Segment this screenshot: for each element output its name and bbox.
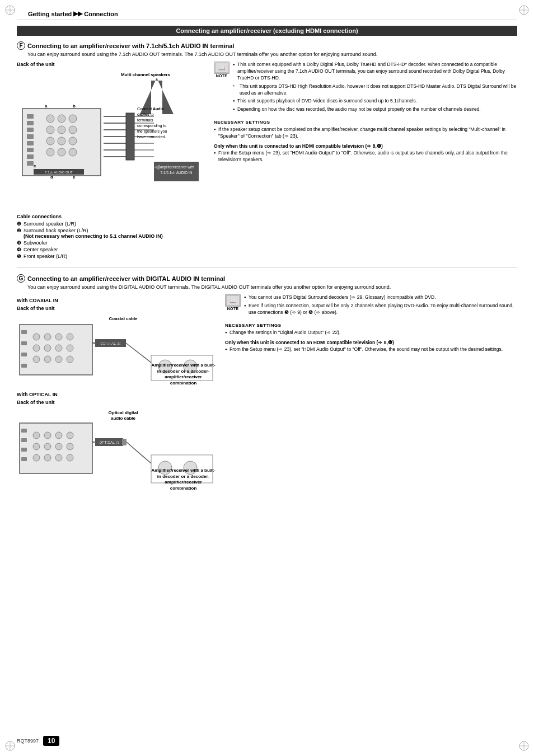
svg-point-79 xyxy=(33,356,40,363)
page-footer: RQT8997 10 xyxy=(17,736,59,746)
section-g-desc: You can enjoy surround sound using the D… xyxy=(17,284,517,290)
note-f-content: This unit comes equipped with a Dolby Di… xyxy=(233,62,517,115)
svg-point-102 xyxy=(33,443,40,450)
svg-rect-117 xyxy=(122,439,127,445)
svg-rect-110 xyxy=(21,429,27,433)
section-f-back-label: Back of the unit xyxy=(17,62,207,67)
svg-text:have connected.: have connected. xyxy=(137,135,166,139)
coaxial-diagram: Coaxial cable xyxy=(17,313,218,386)
nec-settings-g: NECESSARY SETTINGS Change the settings i… xyxy=(225,322,517,336)
svg-text:b: b xyxy=(73,104,76,109)
svg-text:d: d xyxy=(50,175,53,180)
svg-rect-113 xyxy=(21,457,27,461)
svg-point-73 xyxy=(55,334,62,340)
svg-text:a: a xyxy=(45,104,48,109)
note-g-icon: 📖 xyxy=(225,294,241,307)
svg-point-106 xyxy=(33,454,40,461)
svg-point-74 xyxy=(67,334,73,340)
svg-rect-15 xyxy=(27,114,34,119)
svg-rect-22 xyxy=(27,161,34,166)
svg-text:Optical digital: Optical digital xyxy=(109,410,138,415)
page-header: Getting started ▶▶ Connection xyxy=(17,10,517,20)
nec-settings-f: NECESSARY SETTINGS If the speaker setup … xyxy=(214,119,517,140)
note-g: 📖 NOTE You cannot use DTS Digital Surrou… xyxy=(225,294,517,318)
svg-point-30 xyxy=(58,137,65,145)
section-g-content: With COAXIAL IN Back of the unit Coaxial… xyxy=(17,294,517,497)
header-subtitle: Connection xyxy=(84,11,118,17)
section-f-left: Back of the unit Multi channel speakers xyxy=(17,62,207,260)
svg-point-82 xyxy=(67,356,73,363)
only-when-f: Only when this unit is connected to an H… xyxy=(214,143,517,163)
svg-point-98 xyxy=(33,432,40,439)
section-f: F Connecting to an amplifier/receiver wi… xyxy=(17,41,517,260)
svg-point-23 xyxy=(46,115,54,123)
nec-settings-g-title: NECESSARY SETTINGS xyxy=(225,322,517,328)
optical-section: With OPTICAL IN Back of the unit Optical… xyxy=(17,392,218,491)
section-f-heading: Connecting to an amplifier/receiver with… xyxy=(27,43,234,49)
svg-point-77 xyxy=(55,345,62,351)
svg-text:c: c xyxy=(34,163,36,168)
svg-point-109 xyxy=(67,454,73,461)
section-f-content: Back of the unit Multi channel speakers xyxy=(17,62,517,260)
svg-text:cables to: cables to xyxy=(137,112,154,116)
svg-text:the speakers you: the speakers you xyxy=(137,129,167,134)
only-when-f-title: Only when this unit is connected to an H… xyxy=(214,143,517,150)
svg-point-99 xyxy=(44,432,51,439)
bullet-3: ❸ xyxy=(17,240,24,246)
svg-rect-19 xyxy=(27,141,34,145)
svg-text:corresponding to: corresponding to xyxy=(137,124,166,128)
svg-point-71 xyxy=(33,334,40,340)
svg-rect-21 xyxy=(27,154,34,159)
nec-settings-g-item-1: Change the settings in "Digital Audio Ou… xyxy=(225,330,517,336)
svg-point-105 xyxy=(67,443,73,450)
bullet-2: ❷ xyxy=(17,228,24,233)
svg-rect-49 xyxy=(126,113,134,160)
svg-rect-111 xyxy=(21,438,27,442)
svg-rect-85 xyxy=(21,353,27,356)
note-g-item-2: Even if using this connection, output wi… xyxy=(244,303,517,316)
cable-connections-title: Cable connections xyxy=(17,214,207,219)
section-g-letter: G xyxy=(17,274,25,283)
cable-item-3: ❸ Subwoofer xyxy=(17,240,207,246)
subsection-f-title: F Connecting to an amplifier/receiver wi… xyxy=(17,41,517,50)
svg-rect-17 xyxy=(27,128,34,132)
optical-amp-label: Amplifier/receiver with a built-in decod… xyxy=(151,468,216,491)
bullet-1: ❶ xyxy=(17,221,24,227)
svg-point-24 xyxy=(58,115,65,123)
optical-diagram: Optical digital audio cable xyxy=(17,407,218,491)
section-g: G Connecting to an amplifier/receiver wi… xyxy=(17,274,517,497)
svg-text:Coaxial cable: Coaxial cable xyxy=(109,316,138,321)
nec-settings-f-item-1: If the speaker setup cannot be completed… xyxy=(214,126,517,140)
header-arrows: ▶▶ xyxy=(73,10,82,17)
section-f-svg: Multi channel speakers xyxy=(17,69,207,209)
svg-point-101 xyxy=(67,432,73,439)
note-icon: 📖 xyxy=(214,62,229,74)
note-label: NOTE xyxy=(216,74,228,78)
svg-point-29 xyxy=(46,137,54,145)
svg-point-31 xyxy=(69,137,77,145)
section-g-left: With COAXIAL IN Back of the unit Coaxial… xyxy=(17,294,218,497)
svg-text:📖: 📖 xyxy=(229,297,237,304)
note-g-item-1: You cannot use DTS Digital Surround deco… xyxy=(244,294,517,301)
section-f-letter: F xyxy=(17,41,25,50)
note-f-item-2: This unit supports DTS-HD High Resolutio… xyxy=(233,83,517,97)
coaxial-amp-label: Amplifier/receiver with a built-in decod… xyxy=(151,363,216,386)
cable-item-2: ❷ Surround back speaker (L/R)(Not necess… xyxy=(17,228,207,239)
subsection-g-title: G Connecting to an amplifier/receiver wi… xyxy=(17,274,517,283)
corner-mark-tl xyxy=(4,4,16,16)
svg-point-76 xyxy=(44,345,51,351)
header-title: Getting started xyxy=(28,11,72,17)
section-g-right: 📖 NOTE You cannot use DTS Digital Surrou… xyxy=(225,294,517,497)
svg-point-28 xyxy=(69,126,77,134)
svg-point-75 xyxy=(33,345,40,351)
note-icon-wrapper: 📖 NOTE xyxy=(214,62,229,78)
svg-point-103 xyxy=(44,443,51,450)
svg-rect-83 xyxy=(21,330,27,334)
svg-text:📖: 📖 xyxy=(218,64,226,72)
svg-point-26 xyxy=(46,126,54,134)
svg-point-34 xyxy=(69,148,77,156)
section-f-diagram: Multi channel speakers xyxy=(17,69,207,209)
svg-rect-18 xyxy=(27,134,34,139)
corner-mark-bl xyxy=(4,740,16,752)
cable-connections: Cable connections ❶ Surround speaker (L/… xyxy=(17,214,207,259)
